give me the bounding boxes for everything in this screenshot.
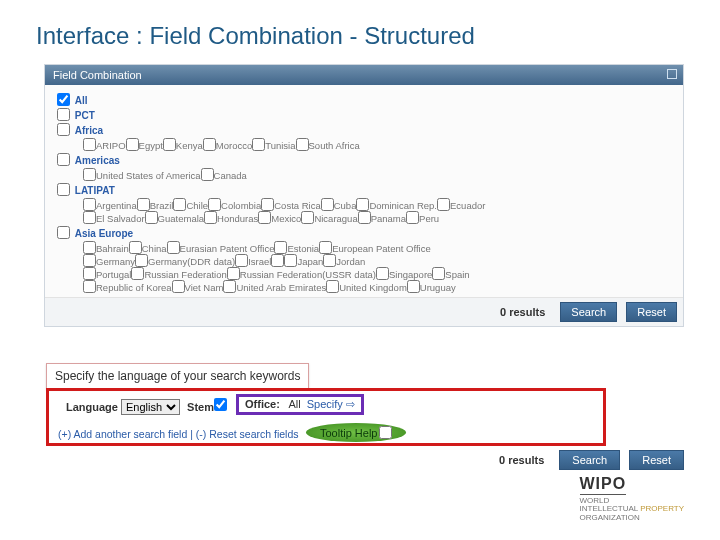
tooltip-help-pill[interactable]: Tooltip Help xyxy=(306,423,406,442)
country-checkbox[interactable]: Tunisia xyxy=(252,138,295,151)
tooltip-help-checkbox[interactable] xyxy=(379,426,392,439)
country-checkbox[interactable]: Cuba xyxy=(321,198,357,211)
checkbox-pct[interactable]: PCT xyxy=(57,108,675,121)
country-checkbox-input[interactable] xyxy=(83,267,96,280)
country-checkbox[interactable]: Nicaragua xyxy=(301,211,357,224)
popout-icon[interactable] xyxy=(667,69,677,79)
country-checkbox[interactable]: Dominican Rep. xyxy=(356,198,437,211)
country-checkbox-input[interactable] xyxy=(145,211,158,224)
country-checkbox-input[interactable] xyxy=(407,280,420,293)
country-checkbox-input[interactable] xyxy=(83,254,96,267)
country-checkbox[interactable]: ARIPO xyxy=(83,138,126,151)
country-checkbox[interactable]: El Salvador xyxy=(83,211,145,224)
country-checkbox-input[interactable] xyxy=(173,198,186,211)
country-checkbox[interactable]: Peru xyxy=(406,211,439,224)
country-checkbox-input[interactable] xyxy=(376,267,389,280)
country-checkbox-input[interactable] xyxy=(326,280,339,293)
country-checkbox[interactable]: Costa Rica xyxy=(261,198,320,211)
country-checkbox-input[interactable] xyxy=(172,280,185,293)
country-checkbox-input[interactable] xyxy=(261,198,274,211)
country-checkbox[interactable]: Uruguay xyxy=(407,280,456,293)
country-checkbox-input[interactable] xyxy=(131,267,144,280)
country-checkbox[interactable]: United Kingdom xyxy=(326,280,407,293)
country-checkbox-input[interactable] xyxy=(437,198,450,211)
stem-checkbox[interactable] xyxy=(214,398,227,411)
country-checkbox[interactable]: Egypt xyxy=(126,138,163,151)
country-checkbox[interactable]: Morocco xyxy=(203,138,252,151)
country-checkbox-input[interactable] xyxy=(227,267,240,280)
country-checkbox-input[interactable] xyxy=(83,198,96,211)
country-checkbox[interactable]: Eurasian Patent Office xyxy=(167,241,275,254)
country-checkbox-input[interactable] xyxy=(274,241,287,254)
country-checkbox-input[interactable] xyxy=(406,211,419,224)
search-button-upper[interactable]: Search xyxy=(560,302,617,322)
country-checkbox-input[interactable] xyxy=(83,211,96,224)
country-checkbox[interactable]: Chile xyxy=(173,198,208,211)
checkbox-asia-europe-input[interactable] xyxy=(57,226,70,239)
country-checkbox[interactable]: Portugal xyxy=(83,267,131,280)
checkbox-americas[interactable]: Americas xyxy=(57,153,675,166)
country-checkbox-input[interactable] xyxy=(432,267,445,280)
country-checkbox-input[interactable] xyxy=(203,138,216,151)
country-checkbox-input[interactable] xyxy=(137,198,150,211)
country-checkbox-input[interactable] xyxy=(129,241,142,254)
country-checkbox-input[interactable] xyxy=(356,198,369,211)
country-checkbox-input[interactable] xyxy=(358,211,371,224)
country-checkbox[interactable]: United States of America xyxy=(83,168,201,181)
country-checkbox-input[interactable] xyxy=(201,168,214,181)
checkbox-americas-input[interactable] xyxy=(57,153,70,166)
country-checkbox[interactable]: Panama xyxy=(358,211,406,224)
country-checkbox[interactable]: Israel xyxy=(235,254,271,267)
country-checkbox-input[interactable] xyxy=(126,138,139,151)
country-checkbox-input[interactable] xyxy=(321,198,334,211)
country-checkbox-input[interactable] xyxy=(163,138,176,151)
country-checkbox[interactable]: Canada xyxy=(201,168,247,181)
country-checkbox[interactable]: Singapore xyxy=(376,267,432,280)
country-checkbox-input[interactable] xyxy=(208,198,221,211)
country-checkbox[interactable]: Japan xyxy=(284,254,323,267)
country-checkbox-input[interactable] xyxy=(83,168,96,181)
country-checkbox[interactable]: Germany xyxy=(83,254,135,267)
country-checkbox-input[interactable] xyxy=(319,241,332,254)
search-button-lower[interactable]: Search xyxy=(559,450,620,470)
country-checkbox[interactable]: Estonia xyxy=(274,241,319,254)
checkbox-latipat-input[interactable] xyxy=(57,183,70,196)
country-checkbox[interactable]: Guatemala xyxy=(145,211,204,224)
checkbox-africa-input[interactable] xyxy=(57,123,70,136)
checkbox-asia-europe[interactable]: Asia Europe xyxy=(57,226,675,239)
checkbox-africa[interactable]: Africa xyxy=(57,123,675,136)
country-checkbox[interactable]: European Patent Office xyxy=(319,241,431,254)
country-checkbox-input[interactable] xyxy=(301,211,314,224)
country-checkbox[interactable]: Argentina xyxy=(83,198,137,211)
country-checkbox[interactable]: Russian Federation xyxy=(131,267,226,280)
country-checkbox-input[interactable] xyxy=(135,254,148,267)
country-checkbox-input[interactable] xyxy=(252,138,265,151)
country-checkbox-input[interactable] xyxy=(258,211,271,224)
checkbox-latipat[interactable]: LATIPAT xyxy=(57,183,675,196)
country-checkbox-input[interactable] xyxy=(271,254,284,267)
country-checkbox[interactable]: Bahrain xyxy=(83,241,129,254)
country-checkbox[interactable]: Kenya xyxy=(163,138,203,151)
country-checkbox[interactable]: United Arab Emirates xyxy=(223,280,326,293)
country-checkbox-input[interactable] xyxy=(83,241,96,254)
country-checkbox[interactable]: China xyxy=(129,241,167,254)
office-specify-link[interactable]: Specify ⇨ xyxy=(307,398,355,410)
country-checkbox[interactable]: Honduras xyxy=(204,211,258,224)
country-checkbox-input[interactable] xyxy=(323,254,336,267)
country-checkbox[interactable]: Viet Nam xyxy=(172,280,224,293)
country-checkbox-input[interactable] xyxy=(167,241,180,254)
country-checkbox-input[interactable] xyxy=(204,211,217,224)
country-checkbox-input[interactable] xyxy=(296,138,309,151)
country-checkbox[interactable]: Mexico xyxy=(258,211,301,224)
country-checkbox-input[interactable] xyxy=(284,254,297,267)
country-checkbox-input[interactable] xyxy=(223,280,236,293)
checkbox-all[interactable]: All xyxy=(57,93,675,106)
country-checkbox[interactable] xyxy=(271,254,284,267)
add-reset-fields-link[interactable]: (+) Add another search field | (-) Reset… xyxy=(58,428,299,440)
country-checkbox[interactable]: Jordan xyxy=(323,254,365,267)
reset-button-upper[interactable]: Reset xyxy=(626,302,677,322)
country-checkbox[interactable]: Russian Federation(USSR data) xyxy=(227,267,376,280)
country-checkbox[interactable]: South Africa xyxy=(296,138,360,151)
country-checkbox[interactable]: Ecuador xyxy=(437,198,485,211)
country-checkbox-input[interactable] xyxy=(83,280,96,293)
